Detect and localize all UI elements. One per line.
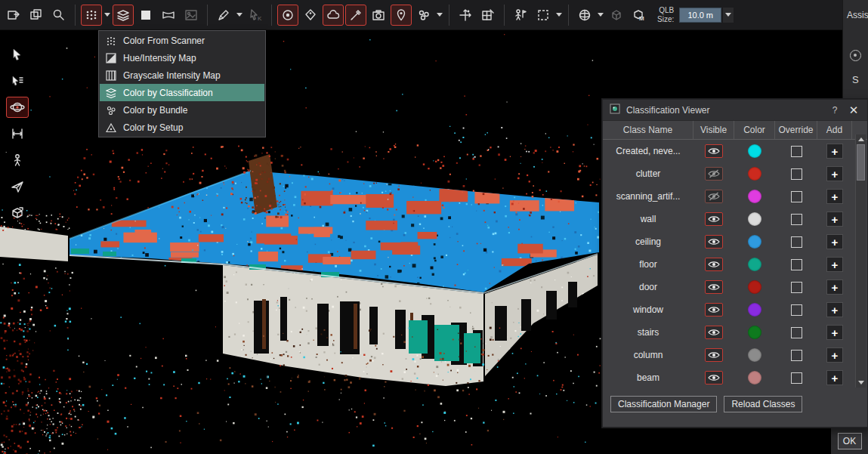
classification-manager-button[interactable]: Classification Manager <box>610 396 717 412</box>
visibility-toggle[interactable] <box>705 190 723 203</box>
color-swatch[interactable] <box>748 190 761 203</box>
override-checkbox[interactable] <box>791 146 802 157</box>
color-by-classification-button[interactable] <box>113 5 134 26</box>
camera-tool-button[interactable] <box>368 5 389 26</box>
pointer-tool-button[interactable] <box>6 44 29 65</box>
snap-grid-button[interactable] <box>477 5 499 26</box>
override-checkbox[interactable] <box>791 282 802 293</box>
tag-tool-button[interactable] <box>300 5 321 26</box>
add-button[interactable]: + <box>826 212 843 227</box>
bundle-tool-button[interactable] <box>413 5 434 26</box>
brush-tool-caret[interactable] <box>236 13 242 17</box>
scroll-up-icon[interactable] <box>856 134 866 144</box>
add-button[interactable]: + <box>826 325 843 340</box>
color-swatch[interactable] <box>748 348 761 362</box>
walkthrough-registration-button[interactable] <box>510 5 531 26</box>
menu-item-grayscale-intensity-map[interactable]: Grayscale Intensity Map <box>100 66 264 84</box>
add-button[interactable]: + <box>826 347 843 363</box>
selection-area-button[interactable] <box>533 5 554 26</box>
view-sphere-button[interactable] <box>574 5 595 26</box>
color-swatch[interactable] <box>748 326 761 339</box>
color-mode-caret[interactable] <box>104 13 110 17</box>
bundle-tool-caret[interactable] <box>437 13 443 17</box>
color-swatch[interactable] <box>748 280 761 294</box>
visibility-toggle[interactable] <box>705 326 723 339</box>
visibility-toggle[interactable] <box>705 371 723 385</box>
qlb-size-select[interactable]: 10.0 m <box>679 8 721 23</box>
ok-button[interactable]: OK <box>838 433 862 449</box>
location-tool-button[interactable] <box>391 5 412 26</box>
help-button[interactable]: ? <box>829 105 841 116</box>
panel-titlebar[interactable]: Classification Viewer ? ✕ <box>603 100 867 121</box>
reload-classes-button[interactable]: Reload Classes <box>724 396 802 412</box>
visibility-toggle[interactable] <box>705 303 723 317</box>
menu-item-color-by-classification[interactable]: Color by Classification <box>100 84 264 101</box>
scrollbar-thumb[interactable] <box>857 144 865 181</box>
add-button[interactable]: + <box>826 189 843 204</box>
override-checkbox[interactable] <box>791 191 802 202</box>
visibility-toggle[interactable] <box>705 167 723 181</box>
color-swatch[interactable] <box>748 258 761 271</box>
close-button[interactable]: ✕ <box>847 103 860 117</box>
orbit-tool-button[interactable] <box>6 97 29 118</box>
visibility-toggle[interactable] <box>705 144 723 158</box>
view-sphere-caret[interactable] <box>598 13 604 17</box>
override-checkbox[interactable] <box>791 168 802 180</box>
column-color[interactable]: Color <box>734 121 775 139</box>
grayscale-intensity-button[interactable] <box>135 5 156 26</box>
add-button[interactable]: + <box>826 234 843 249</box>
selection-area-caret[interactable] <box>556 13 562 17</box>
add-button[interactable]: + <box>826 257 843 272</box>
assistant-tool-icon[interactable] <box>850 50 861 61</box>
table-scrollbar[interactable] <box>855 134 866 388</box>
fly-tool-button[interactable] <box>6 176 29 197</box>
add-button[interactable]: + <box>826 302 843 317</box>
menu-item-color-from-scanner[interactable]: Color From Scanner <box>100 32 264 49</box>
visibility-toggle[interactable] <box>705 258 723 271</box>
visibility-toggle[interactable] <box>705 212 723 226</box>
zoom-tool-button[interactable] <box>48 5 70 26</box>
duplicate-view-button[interactable] <box>26 5 47 26</box>
walk-tool-button[interactable] <box>6 150 29 171</box>
menu-item-hue-intensity-map[interactable]: Hue/Intensity Map <box>100 49 264 66</box>
color-swatch[interactable] <box>748 303 761 317</box>
assistant-item-label[interactable]: S <box>852 74 859 85</box>
column-add[interactable]: Add <box>817 121 852 139</box>
override-checkbox[interactable] <box>791 214 802 225</box>
clipping-box-tool-button[interactable] <box>6 202 29 224</box>
color-swatch[interactable] <box>748 144 761 158</box>
override-checkbox[interactable] <box>791 350 802 361</box>
add-button[interactable]: + <box>826 144 843 159</box>
scroll-down-icon[interactable] <box>856 378 866 388</box>
color-swatch[interactable] <box>748 167 761 181</box>
override-checkbox[interactable] <box>791 259 802 270</box>
color-swatch[interactable] <box>748 212 761 226</box>
cloud-tool-button[interactable] <box>323 5 344 26</box>
model-view-button[interactable]: M <box>629 5 650 26</box>
override-checkbox[interactable] <box>791 327 802 338</box>
panorama-view-button[interactable] <box>158 5 179 26</box>
cube-view-button[interactable] <box>606 5 627 26</box>
visibility-toggle[interactable] <box>705 280 723 294</box>
qlb-size-caret[interactable] <box>723 8 734 23</box>
move-points-button[interactable] <box>455 5 476 26</box>
override-checkbox[interactable] <box>791 236 802 248</box>
column-override[interactable]: Override <box>775 121 817 139</box>
add-button[interactable]: + <box>826 370 843 385</box>
color-from-scanner-button[interactable] <box>81 5 102 26</box>
image-view-button[interactable] <box>181 5 202 26</box>
column-visible[interactable]: Visible <box>693 121 734 139</box>
override-checkbox[interactable] <box>791 304 802 316</box>
marker-tool-button[interactable] <box>345 5 366 26</box>
add-button[interactable]: + <box>826 280 843 295</box>
select-tool-button[interactable] <box>6 70 29 91</box>
measure-tool-button[interactable] <box>6 123 29 144</box>
target-tool-button[interactable] <box>277 5 298 26</box>
new-scan-view-button[interactable] <box>3 5 24 26</box>
override-checkbox[interactable] <box>791 372 802 384</box>
brush-tool-button[interactable] <box>213 5 234 26</box>
menu-item-color-by-setup[interactable]: Color by Setup <box>100 119 264 136</box>
visibility-toggle[interactable] <box>705 235 723 249</box>
color-swatch[interactable] <box>748 371 761 385</box>
pick-tool-button[interactable]: K <box>245 5 266 26</box>
